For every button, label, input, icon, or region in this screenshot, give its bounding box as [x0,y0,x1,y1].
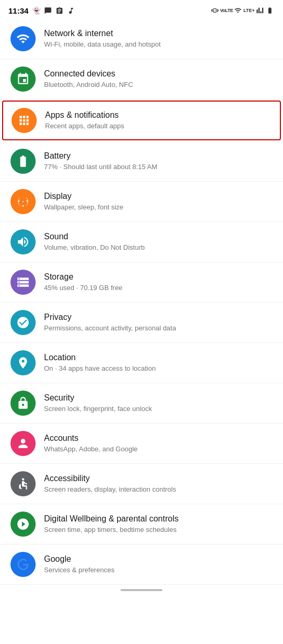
accessibility-text: AccessibilityScreen readers, display, in… [44,473,176,494]
vibrate-icon [211,7,219,14]
battery-subtitle: 77% · Should last until about 8:15 AM [44,163,157,172]
connected-devices-title: Connected devices [44,69,133,80]
storage-icon [10,270,36,295]
connected-devices-subtitle: Bluetooth, Android Auto, NFC [44,81,133,90]
sound-title: Sound [44,231,145,242]
digital-wellbeing-subtitle: Screen time, app timers, bedtime schedul… [44,526,179,535]
settings-item-display[interactable]: DisplayWallpaper, sleep, font size [0,182,283,222]
settings-item-apps-notifications[interactable]: Apps & notificationsRecent apps, default… [2,101,281,140]
accessibility-icon [10,471,36,496]
notification-icons: 👻 [31,6,75,15]
google-text: GoogleServices & preferences [44,554,114,575]
digital-wellbeing-icon [10,512,36,537]
location-text: LocationOn · 34 apps have access to loca… [44,352,156,373]
battery-icon [10,149,36,174]
settings-item-storage[interactable]: Storage45% used · 70.19 GB free [0,262,283,303]
settings-item-google[interactable]: GoogleServices & preferences [0,545,283,585]
location-icon [10,350,36,375]
display-title: Display [44,191,123,202]
music-icon [66,6,75,15]
sound-text: SoundVolume, vibration, Do Not Disturb [44,231,145,252]
network-icon [10,26,36,51]
status-bar: 11:34 👻 VoLTE LTE+ [0,0,283,19]
location-subtitle: On · 34 apps have access to location [44,364,156,373]
privacy-title: Privacy [44,312,176,323]
settings-item-privacy[interactable]: PrivacyPermissions, account activity, pe… [0,303,283,343]
apps-notifications-title: Apps & notifications [45,110,124,121]
signal-icon [256,7,264,14]
privacy-subtitle: Permissions, account activity, personal … [44,324,176,333]
display-subtitle: Wallpaper, sleep, font size [44,203,123,212]
settings-item-location[interactable]: LocationOn · 34 apps have access to loca… [0,343,283,383]
battery-text: Battery77% · Should last until about 8:1… [44,151,157,172]
settings-list: Network & internetWi-Fi, mobile, data us… [0,19,283,585]
settings-item-accessibility[interactable]: AccessibilityScreen readers, display, in… [0,464,283,504]
apps-notifications-subtitle: Recent apps, default apps [45,122,124,131]
privacy-text: PrivacyPermissions, account activity, pe… [44,312,176,333]
google-subtitle: Services & preferences [44,566,114,575]
scroll-indicator [0,585,283,597]
network-title: Network & internet [44,28,161,39]
status-right-icons: VoLTE LTE+ [211,7,275,14]
settings-item-digital-wellbeing[interactable]: Digital Wellbeing & parental controlsScr… [0,504,283,545]
accessibility-title: Accessibility [44,473,176,484]
google-title: Google [44,554,114,565]
settings-item-sound[interactable]: SoundVolume, vibration, Do Not Disturb [0,222,283,262]
display-text: DisplayWallpaper, sleep, font size [44,191,123,212]
display-icon [10,189,36,214]
sound-icon [10,229,36,254]
status-left: 11:34 👻 [8,6,75,15]
storage-subtitle: 45% used · 70.19 GB free [44,284,123,293]
security-text: SecurityScreen lock, fingerprint, face u… [44,393,152,414]
settings-item-connected-devices[interactable]: Connected devicesBluetooth, Android Auto… [0,59,283,99]
connected-devices-text: Connected devicesBluetooth, Android Auto… [44,69,133,90]
scroll-bar [121,589,162,591]
security-icon [10,391,36,416]
accessibility-subtitle: Screen readers, display, interaction con… [44,485,176,494]
storage-text: Storage45% used · 70.19 GB free [44,272,123,293]
privacy-icon [10,310,36,335]
sound-subtitle: Volume, vibration, Do Not Disturb [44,243,145,252]
settings-item-battery[interactable]: Battery77% · Should last until about 8:1… [0,141,283,182]
volte-icon: VoLTE [220,8,233,13]
connected-devices-icon [10,66,36,92]
security-title: Security [44,393,152,404]
accounts-icon [10,431,36,456]
settings-item-security[interactable]: SecurityScreen lock, fingerprint, face u… [0,383,283,424]
network-subtitle: Wi-Fi, mobile, data usage, and hotspot [44,40,161,49]
storage-title: Storage [44,272,123,283]
network-text: Network & internetWi-Fi, mobile, data us… [44,28,161,49]
messages-icon [43,6,52,15]
accounts-subtitle: WhatsApp, Adobe, and Google [44,445,138,454]
battery-title: Battery [44,151,157,162]
battery-icon [265,7,275,14]
accounts-title: Accounts [44,433,138,444]
apps-notifications-text: Apps & notificationsRecent apps, default… [45,110,124,131]
location-title: Location [44,352,156,363]
security-subtitle: Screen lock, fingerprint, face unlock [44,405,152,414]
digital-wellbeing-text: Digital Wellbeing & parental controlsScr… [44,514,179,535]
svg-point-0 [22,478,24,480]
clipboard-icon [55,6,64,15]
status-time: 11:34 [8,6,28,15]
settings-item-accounts[interactable]: AccountsWhatsApp, Adobe, and Google [0,424,283,464]
digital-wellbeing-title: Digital Wellbeing & parental controls [44,514,179,525]
snapchat-icon: 👻 [31,6,41,15]
wifi-icon [234,7,242,14]
accounts-text: AccountsWhatsApp, Adobe, and Google [44,433,138,454]
apps-notifications-icon [12,108,37,133]
google-icon [10,552,36,577]
lte-icon: LTE+ [243,8,255,13]
settings-item-network[interactable]: Network & internetWi-Fi, mobile, data us… [0,19,283,59]
